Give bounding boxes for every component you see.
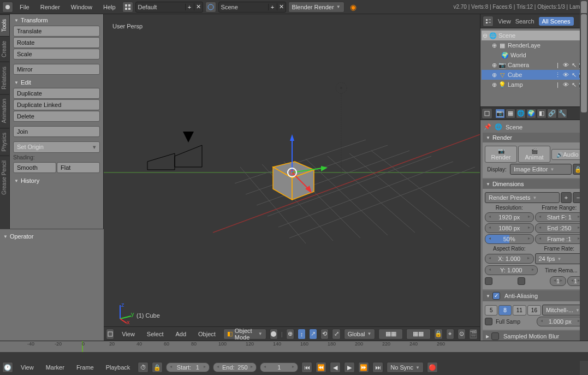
properties-scrollbar[interactable] [580, 120, 588, 341]
manip-translate-icon[interactable]: ↗ [309, 329, 317, 340]
expand-icon[interactable]: ⊕ [492, 81, 497, 88]
aa-8-button[interactable]: 8 [498, 305, 511, 316]
autokey-icon[interactable]: 🔴 [427, 362, 438, 373]
collapse-icon[interactable]: ⊖ [483, 32, 488, 39]
tab-object[interactable]: ◧ [537, 109, 547, 118]
manip-scale-icon[interactable]: ⤢ [332, 329, 340, 340]
scene-add-button[interactable]: + [268, 4, 277, 10]
dimensions-panel-header[interactable]: Dimensions [483, 179, 586, 189]
set-origin-button[interactable]: Set Origin▾ [13, 141, 100, 153]
expand-icon[interactable]: ⊕ [492, 72, 497, 79]
keyframe-prev-icon[interactable]: ⏪ [316, 362, 326, 373]
outliner-filter-dropdown[interactable]: All Scenes [539, 17, 574, 26]
scene-name[interactable]: Scene [506, 124, 522, 130]
menu-file[interactable]: File [15, 2, 34, 13]
rotate-button[interactable]: Rotate [13, 37, 100, 48]
scene-browse-icon[interactable] [205, 2, 216, 13]
border-checkbox[interactable] [485, 277, 492, 285]
menu-window[interactable]: Window [67, 2, 97, 13]
timeline-ruler[interactable]: -40 -20 0 20 40 60 80 100 120 140 160 18… [0, 341, 588, 352]
cursor-icon[interactable]: ↖ [571, 72, 578, 79]
aa-16-button[interactable]: 16 [527, 305, 541, 316]
render-panel-header[interactable]: Render [483, 133, 586, 142]
aa-size-field[interactable]: 1.000 px [537, 317, 584, 326]
history-header[interactable]: History [13, 176, 100, 186]
tab-grease-pencil[interactable]: Grease Pencil [0, 156, 9, 199]
scale-button[interactable]: Scale [13, 49, 100, 59]
range-icon[interactable]: ⏱ [138, 362, 149, 373]
frame-step-field[interactable]: Frame :1 [535, 234, 584, 244]
delete-button[interactable]: Delete [13, 111, 100, 122]
audio-button[interactable]: 🔊Audio [551, 149, 584, 160]
duplicate-button[interactable]: Duplicate [13, 88, 100, 99]
scene-field[interactable]: + ✕ [218, 2, 286, 13]
tl-marker-menu[interactable]: Marker [41, 362, 69, 373]
translate-button[interactable]: Translate [13, 26, 100, 37]
aa-11-button[interactable]: 11 [513, 305, 526, 316]
animation-button[interactable]: 🎬Animat [518, 146, 550, 163]
keyframe-next-icon[interactable]: ⏩ [358, 362, 369, 373]
manipulator-toggle[interactable]: ↕ [298, 329, 306, 340]
viewport-canvas[interactable] [104, 14, 480, 326]
mode-dropdown[interactable]: ◧ Object Mode ▼ [223, 329, 266, 340]
tab-relations[interactable]: Relations [0, 62, 9, 94]
aa-panel-header[interactable]: Anti-Aliasing [483, 290, 586, 301]
pin-icon[interactable]: 📌 [484, 123, 491, 130]
flat-button[interactable]: Flat [57, 162, 100, 173]
cursor-icon[interactable]: ↖ [571, 81, 578, 88]
jump-end-icon[interactable]: ⏭ [372, 362, 383, 373]
shading-dropdown[interactable] [270, 329, 278, 340]
transform-header[interactable]: Transform [13, 15, 100, 25]
vp-view-menu[interactable]: View [117, 329, 139, 340]
tab-tools[interactable]: Tools [0, 14, 9, 36]
menu-help[interactable]: Help [99, 2, 120, 13]
screen-browse-icon[interactable] [122, 2, 133, 13]
camera-object[interactable] [147, 132, 202, 170]
lamp-object[interactable] [336, 82, 347, 172]
tab-physics[interactable]: Physics [0, 128, 9, 156]
vp-select-menu[interactable]: Select [142, 329, 168, 340]
tree-renderlayers[interactable]: ⊕ ▦ RenderLaye [482, 40, 587, 50]
viewport-editor-icon[interactable] [106, 329, 114, 340]
res-pct-field[interactable]: 50% [485, 234, 534, 244]
play-icon[interactable]: ▶ [344, 362, 355, 373]
render-preview-icon[interactable]: 🎬 [469, 329, 478, 340]
snap-icon[interactable]: ⌖ [446, 329, 454, 340]
jump-start-icon[interactable]: ⏮ [301, 362, 312, 373]
manip-rotate-icon[interactable]: ⟲ [320, 329, 329, 340]
tab-render-layers[interactable]: ▦ [506, 109, 515, 118]
properties-editor-icon[interactable] [482, 108, 492, 119]
vp-add-menu[interactable]: Add [171, 329, 191, 340]
smooth-button[interactable]: Smooth [13, 162, 56, 173]
sync-dropdown[interactable]: No Sync▼ [387, 362, 424, 373]
render-engine-dropdown[interactable]: Blender Render ▼ [288, 2, 345, 13]
current-frame-field[interactable]: 1 [260, 362, 298, 372]
display-dropdown[interactable]: Image Editor▼ [510, 164, 572, 175]
timeline-editor-icon[interactable]: 🕐 [2, 362, 13, 373]
tab-world[interactable]: 🌍 [526, 109, 536, 118]
res-x-field[interactable]: 1920 px [485, 212, 534, 222]
join-button[interactable]: Join [13, 126, 100, 137]
snap-type-icon[interactable]: ⊙ [458, 329, 466, 340]
layout-add-button[interactable]: + [185, 4, 194, 10]
fps-dropdown[interactable]: 24 fps▼ [535, 253, 584, 264]
motion-blur-checkbox[interactable] [491, 332, 499, 340]
vp-object-menu[interactable]: Object [194, 329, 220, 340]
layout-remove-button[interactable]: ✕ [194, 3, 203, 10]
frame-end-field[interactable]: End :250 [535, 223, 584, 233]
tab-modifiers[interactable]: 🔧 [557, 109, 567, 118]
tab-scene[interactable]: 🌐 [516, 109, 526, 118]
lock-icon[interactable]: 🔒 [434, 329, 443, 340]
end-frame-field[interactable]: End: 250 [213, 362, 257, 372]
render-button[interactable]: 📷Render [485, 146, 517, 163]
tab-create[interactable]: Create [0, 36, 9, 62]
motion-blur-panel-header[interactable]: Sampled Motion Blur [483, 331, 586, 341]
tab-animation[interactable]: Animation [0, 94, 9, 127]
layers-icon-2[interactable]: ▦▦ [406, 329, 431, 340]
pivot-icon[interactable]: ⊕ [286, 329, 294, 340]
cursor-icon[interactable]: ↖ [571, 62, 578, 69]
tl-view-menu[interactable]: View [16, 362, 38, 373]
edit-header[interactable]: Edit [13, 78, 100, 87]
3d-viewport[interactable]: User Persp [104, 14, 480, 341]
start-frame-field[interactable]: Start: 1 [166, 362, 210, 372]
